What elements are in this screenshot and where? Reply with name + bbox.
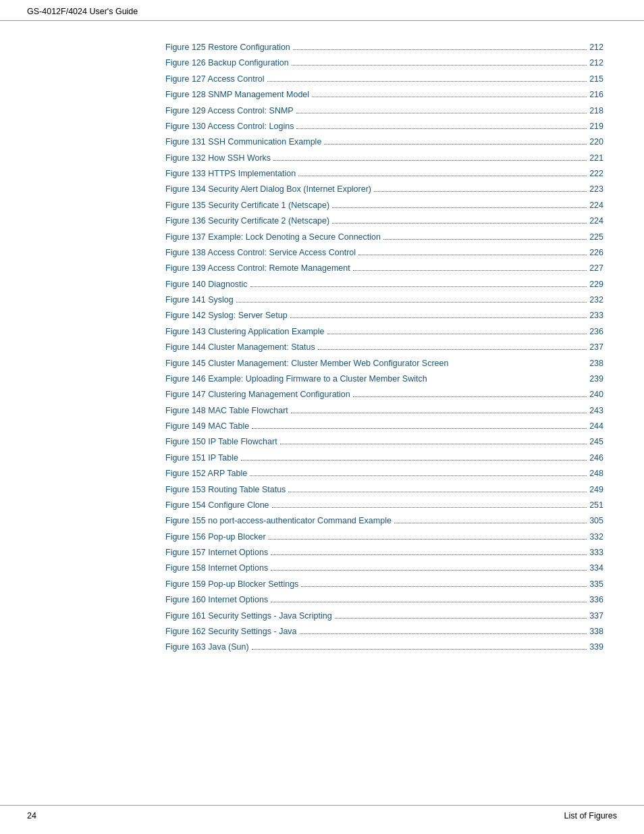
toc-list: Figure 125 Restore Configuration212Figur… — [165, 41, 603, 654]
toc-link[interactable]: Figure 130 Access Control: Logins — [165, 120, 294, 133]
toc-page-number: 225 — [589, 231, 603, 244]
toc-link[interactable]: Figure 140 Diagnostic — [165, 278, 248, 291]
toc-content: Figure 125 Restore Configuration212Figur… — [0, 21, 644, 684]
toc-dots — [273, 160, 587, 161]
toc-page-number: 221 — [589, 152, 603, 165]
toc-item: Figure 146 Example: Uploading Firmware t… — [165, 373, 603, 386]
toc-dots — [353, 270, 587, 271]
toc-page-number: 216 — [589, 88, 603, 101]
toc-dots — [271, 602, 587, 602]
toc-page-number: 305 — [589, 515, 603, 527]
toc-item: Figure 138 Access Control: Service Acces… — [165, 246, 603, 259]
toc-item: Figure 125 Restore Configuration212 — [165, 41, 603, 54]
toc-dots — [394, 523, 587, 523]
toc-item: Figure 154 Configure Clone251 — [165, 499, 603, 512]
toc-link[interactable]: Figure 132 How SSH Works — [165, 152, 271, 165]
toc-item: Figure 152 ARP Table248 — [165, 467, 603, 480]
toc-page-number: 232 — [589, 294, 603, 307]
toc-link[interactable]: Figure 143 Clustering Application Exampl… — [165, 325, 325, 338]
toc-dots — [288, 492, 587, 492]
toc-dots — [298, 176, 587, 176]
toc-link[interactable]: Figure 161 Security Settings - Java Scri… — [165, 610, 332, 623]
toc-item: Figure 143 Clustering Application Exampl… — [165, 325, 603, 338]
toc-dots — [335, 618, 587, 619]
toc-item: Figure 147 Clustering Management Configu… — [165, 388, 603, 401]
toc-item: Figure 163 Java (Sun)339 — [165, 641, 603, 654]
toc-dots — [301, 586, 587, 587]
toc-page-number: 338 — [589, 625, 603, 638]
toc-link[interactable]: Figure 139 Access Control: Remote Manage… — [165, 262, 350, 275]
toc-item: Figure 159 Pop-up Blocker Settings335 — [165, 578, 603, 591]
toc-link[interactable]: Figure 151 IP Table — [165, 452, 238, 465]
toc-dots — [272, 507, 587, 508]
toc-link[interactable]: Figure 144 Cluster Management: Status — [165, 341, 315, 354]
toc-link[interactable]: Figure 146 Example: Uploading Firmware t… — [165, 373, 427, 386]
toc-page-number: 249 — [589, 484, 603, 496]
toc-link[interactable]: Figure 125 Restore Configuration — [165, 41, 290, 54]
toc-link[interactable]: Figure 149 MAC Table — [165, 420, 249, 433]
toc-item: Figure 160 Internet Options336 — [165, 594, 603, 606]
toc-page-number: 218 — [589, 105, 603, 118]
toc-link[interactable]: Figure 158 Internet Options — [165, 562, 268, 575]
toc-link[interactable]: Figure 142 Syslog: Server Setup — [165, 309, 288, 322]
toc-link[interactable]: Figure 156 Pop-up Blocker — [165, 531, 266, 544]
toc-dots — [312, 97, 587, 97]
toc-link[interactable]: Figure 163 Java (Sun) — [165, 641, 249, 654]
toc-link[interactable]: Figure 138 Access Control: Service Acces… — [165, 246, 356, 259]
toc-page-number: 240 — [589, 388, 603, 401]
toc-page-number: 248 — [589, 467, 603, 480]
toc-dots — [332, 223, 587, 224]
toc-dots — [327, 334, 587, 334]
toc-link[interactable]: Figure 141 Syslog — [165, 294, 234, 307]
toc-link[interactable]: Figure 145 Cluster Management: Cluster M… — [165, 357, 448, 370]
toc-link[interactable]: Figure 128 SNMP Management Model — [165, 88, 309, 101]
toc-link[interactable]: Figure 160 Internet Options — [165, 594, 268, 606]
toc-link[interactable]: Figure 162 Security Settings - Java — [165, 625, 297, 638]
toc-dots — [353, 396, 587, 397]
toc-page-number: 226 — [589, 246, 603, 259]
toc-link[interactable]: Figure 131 SSH Communication Example — [165, 136, 321, 149]
toc-link[interactable]: Figure 134 Security Alert Dialog Box (In… — [165, 183, 371, 196]
toc-link[interactable]: Figure 159 Pop-up Blocker Settings — [165, 578, 298, 591]
toc-page-number: 227 — [589, 262, 603, 275]
toc-link[interactable]: Figure 155 no port-access-authenticator … — [165, 515, 392, 527]
toc-link[interactable]: Figure 137 Example: Lock Denoting a Secu… — [165, 231, 381, 244]
toc-link[interactable]: Figure 133 HTTPS Implementation — [165, 167, 296, 180]
toc-item: Figure 140 Diagnostic229 — [165, 278, 603, 291]
toc-dots — [250, 475, 587, 476]
toc-page-number: 337 — [589, 610, 603, 623]
toc-link[interactable]: Figure 135 Security Certificate 1 (Netsc… — [165, 199, 329, 212]
toc-page-number: 236 — [589, 325, 603, 338]
toc-dots — [252, 428, 587, 429]
toc-item: Figure 136 Security Certificate 2 (Netsc… — [165, 215, 603, 228]
toc-page-number: 251 — [589, 499, 603, 512]
toc-item: Figure 134 Security Alert Dialog Box (In… — [165, 183, 603, 196]
toc-link[interactable]: Figure 148 MAC Table Flowchart — [165, 405, 288, 417]
toc-link[interactable]: Figure 152 ARP Table — [165, 467, 247, 480]
toc-link[interactable]: Figure 129 Access Control: SNMP — [165, 105, 294, 118]
toc-dots — [296, 128, 587, 129]
page-container: GS-4012F/4024 User's Guide Figure 125 Re… — [0, 0, 644, 834]
toc-link[interactable]: Figure 150 IP Table Flowchart — [165, 436, 277, 448]
toc-dots — [293, 49, 587, 50]
toc-item: Figure 133 HTTPS Implementation222 — [165, 167, 603, 180]
toc-dots — [290, 317, 587, 318]
toc-link[interactable]: Figure 157 Internet Options — [165, 546, 268, 559]
toc-item: Figure 132 How SSH Works221 — [165, 152, 603, 165]
toc-page-number: 220 — [589, 136, 603, 149]
toc-link[interactable]: Figure 126 Backup Configuration — [165, 57, 289, 70]
toc-dots — [374, 191, 587, 192]
toc-link[interactable]: Figure 153 Routing Table Status — [165, 484, 286, 496]
toc-item: Figure 130 Access Control: Logins219 — [165, 120, 603, 133]
toc-link[interactable]: Figure 136 Security Certificate 2 (Netsc… — [165, 215, 329, 228]
page-header: GS-4012F/4024 User's Guide — [0, 0, 644, 21]
toc-link[interactable]: Figure 127 Access Control — [165, 73, 265, 86]
toc-page-number: 332 — [589, 531, 603, 544]
toc-dots — [267, 81, 587, 82]
toc-dots — [383, 239, 587, 240]
toc-page-number: 334 — [589, 562, 603, 575]
toc-item: Figure 131 SSH Communication Example220 — [165, 136, 603, 149]
toc-link[interactable]: Figure 154 Configure Clone — [165, 499, 269, 512]
toc-page-number: 212 — [589, 57, 603, 70]
toc-link[interactable]: Figure 147 Clustering Management Configu… — [165, 388, 350, 401]
